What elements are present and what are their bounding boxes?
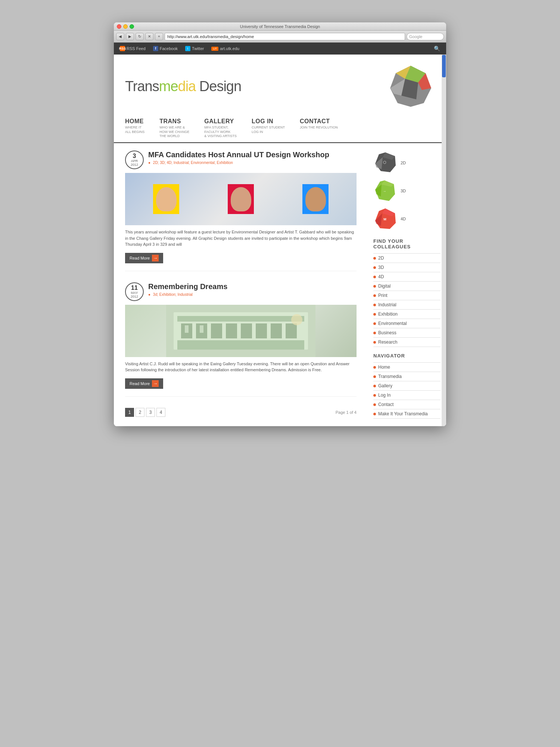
colleagues-environmental-link[interactable]: Environmental — [378, 321, 407, 326]
bullet-industrial — [373, 304, 376, 306]
post-2-date: 11 MAY 2012 — [125, 282, 144, 301]
facebook-link[interactable]: f Facebook — [153, 46, 178, 51]
gem-3d-icon: → — [373, 179, 398, 203]
maximize-button[interactable] — [130, 24, 134, 29]
nav-contact-link[interactable]: Contact — [378, 402, 393, 407]
colleagues-4d-link[interactable]: 4D — [378, 274, 384, 279]
photo-red-frame — [226, 182, 256, 216]
nav-gallery-item[interactable]: Gallery — [373, 381, 441, 391]
nav-gallery-link[interactable]: Gallery — [378, 383, 392, 388]
post-2-read-more[interactable]: Read More → — [125, 378, 163, 389]
colleagues-print[interactable]: Print — [373, 291, 441, 300]
traffic-lights — [117, 24, 134, 29]
bullet-research — [373, 341, 376, 344]
page-3-button[interactable]: 3 — [146, 408, 155, 417]
colleagues-business[interactable]: Business — [373, 328, 441, 338]
refresh-button[interactable]: ↻ — [136, 33, 144, 40]
scrollbar-thumb[interactable] — [442, 55, 446, 77]
post-2-month: MAY — [131, 291, 138, 295]
nav-login[interactable]: LOG IN CURRENT STUDENTLOG IN — [252, 118, 285, 139]
colleagues-list: 2D 3D 4D Di — [373, 253, 441, 347]
post-1-month: APR — [131, 159, 138, 163]
post-1-read-more[interactable]: Read More → — [125, 253, 163, 263]
nav-login-link[interactable]: Log In — [378, 393, 391, 398]
page-4-button[interactable]: 4 — [156, 408, 165, 417]
stop-button[interactable]: ✕ — [145, 33, 153, 40]
colleagues-research[interactable]: Research — [373, 338, 441, 347]
colleagues-industrial-link[interactable]: Industrial — [378, 302, 396, 307]
colleagues-business-link[interactable]: Business — [378, 330, 396, 335]
nav-contact-title: CONTACT — [300, 118, 338, 125]
ut-icon: UT — [211, 47, 218, 51]
colleagues-2d-link[interactable]: 2D — [378, 255, 384, 261]
ut-link[interactable]: UT art.utk.edu — [211, 46, 239, 51]
colleagues-3d[interactable]: 3D — [373, 263, 441, 272]
rss-icon: RSS — [120, 46, 125, 51]
content-area: 3 APR 2012 MFA Candidates Host Annual UT… — [114, 143, 446, 426]
page-2-button[interactable]: 2 — [136, 408, 144, 417]
logo-rest: Design — [196, 78, 241, 94]
nav-search-button[interactable]: 🔍 — [434, 46, 440, 52]
twitter-link[interactable]: t Twitter — [185, 46, 204, 51]
main-navigation: HOME WHERE ITALL BEGINS TRANS WHO WE ARE… — [114, 114, 446, 143]
colleagues-exhibition-link[interactable]: Exhibition — [378, 311, 398, 317]
post-2: 11 MAY 2012 Remembering Dreams ● 3d; Exh… — [125, 282, 357, 397]
navigator-section: NAVIGATOR Home Transmedia — [373, 353, 441, 419]
nav-make-it-item[interactable]: Make It Your Transmedia — [373, 409, 441, 419]
nav-transmedia-link[interactable]: Transmedia — [378, 374, 402, 379]
svg-rect-16 — [286, 323, 297, 338]
nav-home-link[interactable]: Home — [378, 365, 390, 370]
post-2-tags: ● 3d; Exhibition; Industrial — [148, 292, 357, 297]
post-1-date: 3 APR 2012 — [125, 151, 144, 169]
photo-blue — [302, 184, 329, 214]
post-2-year: 2012 — [131, 295, 138, 298]
browser-search[interactable]: Google — [407, 33, 444, 40]
nav-home[interactable]: HOME WHERE ITALL BEGINS — [125, 118, 144, 139]
colleagues-2d[interactable]: 2D — [373, 254, 441, 263]
colleagues-environmental[interactable]: Environmental — [373, 319, 441, 328]
minimize-button[interactable] — [123, 24, 128, 29]
nav-make-it-link[interactable]: Make It Your Transmedia — [378, 411, 428, 416]
close-button[interactable] — [117, 24, 121, 29]
logo-me: me — [159, 78, 178, 94]
read-more-label-2: Read More — [130, 381, 150, 386]
nav-home-item[interactable]: Home — [373, 363, 441, 372]
address-bar[interactable]: http://www.art.utk.edu/transmedia_design… — [165, 33, 405, 40]
colleagues-title: FIND YOUR COLLEAGUES — [373, 238, 441, 249]
new-tab-button[interactable]: + — [155, 33, 163, 40]
nav-gallery-sub: MFA STUDENT,FACULTY WORK& VISITING ARTIS… — [204, 125, 237, 139]
colleagues-digital-link[interactable]: Digital — [378, 283, 391, 289]
bullet-environmental — [373, 322, 376, 325]
page-1-button[interactable]: 1 — [125, 408, 134, 417]
colleagues-exhibition[interactable]: Exhibition — [373, 310, 441, 319]
nav-contact[interactable]: CONTACT JOIN THE REVOLUTION — [300, 118, 338, 139]
colleagues-4d[interactable]: 4D — [373, 272, 441, 282]
nav-login-item[interactable]: Log In — [373, 391, 441, 400]
tag-bullet: ● — [148, 161, 150, 165]
post-1-day: 3 — [133, 153, 136, 159]
bullet-print — [373, 294, 376, 297]
rss-feed-link[interactable]: RSS RSS Feed — [120, 46, 146, 51]
title-bar: University of Tennessee Transmedia Desig… — [114, 22, 446, 31]
colleagues-3d-link[interactable]: 3D — [378, 265, 384, 270]
nav-trans[interactable]: TRANS WHO WE ARE &HOW WE CHANGETHE WORLD — [159, 118, 189, 139]
bullet-nav-gallery — [373, 385, 376, 387]
scrollbar[interactable] — [442, 55, 446, 426]
nav-gallery[interactable]: GALLERY MFA STUDENT,FACULTY WORK& VISITI… — [204, 118, 237, 139]
nav-contact-item[interactable]: Contact — [373, 400, 441, 409]
colleagues-digital[interactable]: Digital — [373, 282, 441, 291]
back-button[interactable]: ◀ — [116, 33, 124, 40]
post-1: 3 APR 2012 MFA Candidates Host Annual UT… — [125, 151, 357, 271]
colleagues-print-link[interactable]: Print — [378, 293, 388, 298]
nav-transmedia-item[interactable]: Transmedia — [373, 372, 441, 381]
person-face-2 — [231, 187, 251, 211]
gem-4d-label: 4D — [401, 217, 406, 221]
twitter-icon: t — [185, 46, 190, 51]
post-2-title[interactable]: Remembering Dreams — [148, 282, 357, 291]
photo-red — [228, 184, 254, 214]
colleagues-industrial[interactable]: Industrial — [373, 300, 441, 310]
colleagues-research-link[interactable]: Research — [378, 340, 397, 345]
forward-button[interactable]: ▶ — [126, 33, 134, 40]
post-1-title[interactable]: MFA Candidates Host Annual UT Design Wor… — [148, 151, 357, 159]
navigator-title: NAVIGATOR — [373, 353, 441, 359]
